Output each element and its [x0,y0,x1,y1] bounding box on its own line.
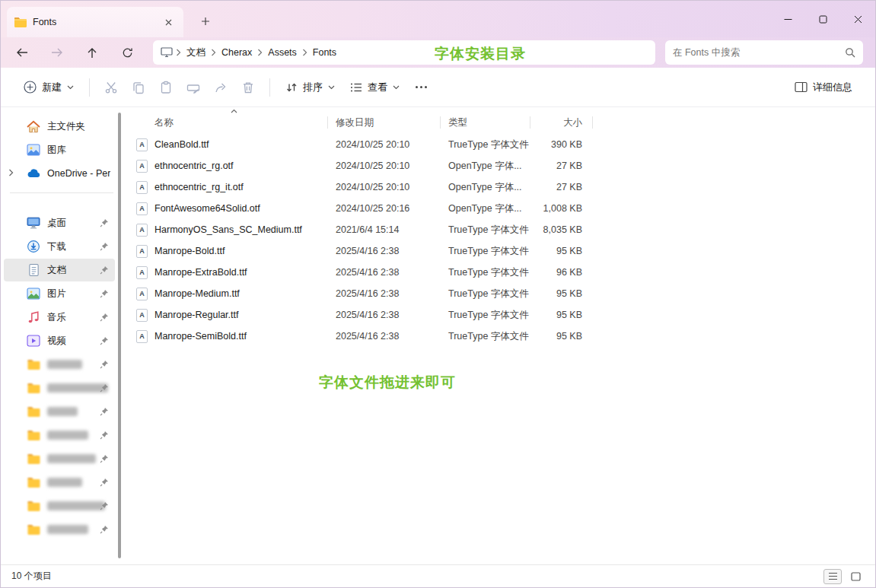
blurred-label [47,431,88,440]
forward-button[interactable] [43,40,71,65]
tab-close-icon[interactable] [161,14,176,30]
sidebar-item-blurred[interactable] [4,400,115,423]
minimize-button[interactable] [770,1,805,37]
file-size: 95 KB [530,246,593,256]
close-button[interactable] [840,1,875,37]
file-list-header: 名称 修改日期 类型 大小 [123,111,875,134]
pin-icon [100,525,109,534]
sidebar-item-documents[interactable]: 文档 [4,259,115,281]
sidebar-item-blurred[interactable] [4,494,115,517]
sidebar-item-blurred[interactable] [4,447,115,470]
sort-button[interactable]: 排序 [278,74,342,101]
view-button[interactable]: 查看 [342,74,407,101]
sidebar-item-desktop[interactable]: 桌面 [4,211,115,234]
file-name: Manrope-Regular.ttf [154,310,238,320]
folder-icon [27,358,40,371]
gallery-icon [27,143,40,157]
search-input[interactable] [673,47,845,58]
annotation-drag-fonts: 字体文件拖进来即可 [319,373,456,393]
breadcrumb-item[interactable]: Cherax [216,44,257,61]
more-options-button[interactable] [407,74,435,101]
file-row[interactable]: ethnocentric_rg.otf 2024/10/25 20:10 Ope… [123,155,875,176]
details-view-toggle[interactable] [823,569,842,584]
file-name: Manrope-Medium.ttf [154,288,240,299]
blurred-label [47,407,78,416]
sidebar-item-gallery[interactable]: 图库 [4,138,115,161]
file-row[interactable]: Manrope-Regular.ttf 2025/4/16 2:38 TrueT… [123,304,875,326]
file-row[interactable]: CleanBold.ttf 2024/10/25 20:10 TrueType … [123,134,875,155]
sidebar-item-downloads[interactable]: 下载 [4,235,115,258]
file-type: OpenType 字体... [441,181,530,194]
scrollbar-thumb[interactable] [118,113,121,558]
font-file-icon [136,245,148,258]
chevron-expand-icon[interactable] [8,169,14,176]
new-button[interactable]: 新建 [16,74,81,101]
folder-icon [27,428,40,442]
file-row[interactable]: ethnocentric_rg_it.otf 2024/10/25 20:10 … [123,176,875,198]
file-type: TrueType 字体文件 [441,330,530,343]
up-button[interactable] [78,40,106,65]
details-pane-button[interactable]: 详细信息 [787,74,860,101]
font-file-icon [136,160,148,173]
sidebar-item-blurred[interactable] [4,377,115,399]
file-row[interactable]: Manrope-ExtraBold.ttf 2025/4/16 2:38 Tru… [123,262,875,283]
toolbar-separator [269,78,270,97]
pin-icon [100,383,109,393]
refresh-button[interactable] [113,40,141,65]
file-row[interactable]: Manrope-SemiBold.ttf 2025/4/16 2:38 True… [123,326,875,347]
sidebar-item-label: 文档 [47,264,66,277]
file-name: ethnocentric_rg.otf [154,161,234,171]
sort-icon [285,81,298,94]
share-button[interactable] [207,74,234,101]
sidebar-item-blurred[interactable] [4,353,115,376]
sidebar-item-music[interactable]: 音乐 [4,306,115,329]
sidebar-item-home[interactable]: 主文件夹 [4,115,115,138]
sidebar-item-blurred[interactable] [4,471,115,494]
rename-button[interactable] [180,74,207,101]
column-header-name[interactable]: 名称 [123,111,328,134]
view-button-label: 查看 [368,81,387,94]
sidebar-item-videos[interactable]: 视频 [4,329,115,352]
delete-button[interactable] [234,74,262,101]
cut-button[interactable] [97,74,125,101]
pin-icon [100,501,109,510]
file-list-body: CleanBold.ttf 2024/10/25 20:10 TrueType … [123,134,875,347]
new-tab-button[interactable] [196,11,215,31]
column-header-date[interactable]: 修改日期 [328,111,441,134]
address-bar[interactable]: 文档 Cherax Assets Fonts [153,40,655,65]
file-row[interactable]: FontAwesome64Solid.otf 2024/10/25 20:16 … [123,198,875,219]
file-size: 27 KB [530,161,593,171]
tab-fonts[interactable]: Fonts [7,7,183,37]
blurred-label [47,454,96,463]
chevron-down-icon [67,85,74,90]
blurred-label [47,360,82,369]
copy-button[interactable] [125,74,152,101]
file-row[interactable]: HarmonyOS_Sans_SC_Medium.ttf 2021/6/4 15… [123,219,875,240]
file-row[interactable]: Manrope-Bold.ttf 2025/4/16 2:38 TrueType… [123,240,875,262]
maximize-button[interactable] [805,1,840,37]
file-type: OpenType 字体... [441,160,530,173]
details-pane-label: 详细信息 [813,81,852,94]
file-name: ethnocentric_rg_it.otf [154,182,244,192]
column-header-size[interactable]: 大小 [530,111,593,134]
column-header-type[interactable]: 类型 [441,111,530,134]
breadcrumb-item[interactable]: Assets [263,44,302,61]
sidebar-item-onedrive[interactable]: OneDrive - Per [4,162,115,185]
sidebar-item-blurred[interactable] [4,518,115,541]
paste-button[interactable] [152,74,180,101]
sidebar-item-pictures[interactable]: 图片 [4,282,115,305]
file-list-area: 名称 修改日期 类型 大小 CleanBold.ttf 2024/10/25 2… [123,108,875,564]
file-row[interactable]: Manrope-Medium.ttf 2025/4/16 2:38 TrueTy… [123,283,875,304]
breadcrumb-item[interactable]: 文档 [181,43,211,62]
file-size: 27 KB [530,182,593,192]
file-size: 95 KB [530,331,593,342]
sidebar-item-blurred[interactable] [4,424,115,447]
sidebar-scrollbar[interactable] [118,113,121,560]
font-file-icon [136,309,148,322]
search-box[interactable] [665,40,863,65]
large-icons-view-toggle[interactable] [846,569,865,584]
breadcrumb-item-current[interactable]: Fonts [307,44,342,61]
back-button[interactable] [8,40,36,65]
pin-icon [100,478,109,487]
details-pane-icon [795,81,808,93]
